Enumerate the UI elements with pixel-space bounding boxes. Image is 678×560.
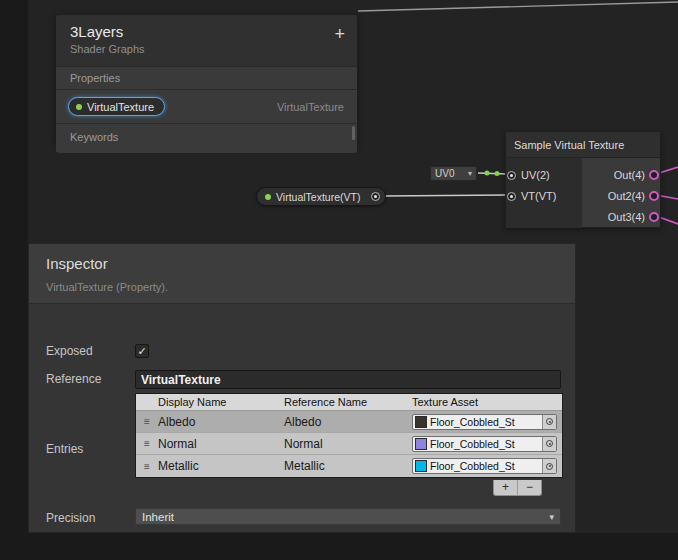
entries-label: Entries: [46, 442, 83, 456]
port-dot: [510, 174, 513, 177]
property-node-output-port[interactable]: [371, 192, 380, 201]
port-dot: [374, 195, 377, 198]
picker-ring: [546, 463, 553, 470]
output-port-out3[interactable]: [649, 212, 659, 222]
uv-dropdown-value: UV0: [435, 168, 454, 179]
display-name-cell[interactable]: Metallic: [158, 459, 284, 473]
inspector-panel: Inspector VirtualTexture (Property). Exp…: [28, 243, 576, 533]
property-pill-label: VirtualTexture: [87, 101, 154, 113]
inspector-header: Inspector VirtualTexture (Property).: [29, 244, 575, 304]
inspector-subtitle: VirtualTexture (Property).: [46, 281, 575, 293]
output-label-out: Out(4): [614, 170, 645, 181]
edge-uv-to-node: [478, 173, 507, 174]
output-port-out[interactable]: [649, 170, 659, 180]
input-label-uv: UV(2): [521, 170, 550, 181]
inspector-title: Inspector: [46, 255, 575, 272]
drag-handle-icon[interactable]: ≡: [136, 416, 158, 427]
texture-asset-field[interactable]: Floor_Cobbled_St: [412, 414, 557, 430]
texture-thumbnail: [415, 416, 427, 428]
texture-asset-name: Floor_Cobbled_St: [430, 416, 542, 428]
picker-ring: [546, 418, 553, 425]
blackboard-header[interactable]: 3Layers Shader Graphs +: [56, 15, 357, 67]
texture-thumbnail: [415, 438, 427, 450]
entries-list-footer: + −: [493, 480, 542, 496]
entries-table-header: Display Name Reference Name Texture Asse…: [136, 394, 562, 411]
window-left-edge: [0, 0, 28, 560]
output-port-out2[interactable]: [649, 191, 659, 201]
texture-thumbnail: [415, 460, 427, 472]
input-port-uv[interactable]: [507, 171, 516, 180]
property-node-label: VirtualTexture(VT): [276, 191, 360, 203]
input-label-vt: VT(VT): [521, 191, 556, 202]
node-title: Sample Virtual Texture: [506, 132, 660, 158]
texture-asset-field[interactable]: Floor_Cobbled_St: [412, 458, 557, 474]
reference-input[interactable]: [135, 370, 561, 389]
add-property-button[interactable]: +: [334, 25, 345, 43]
chevron-down-icon: ▾: [468, 169, 472, 178]
blackboard-subtitle: Shader Graphs: [70, 43, 343, 55]
blackboard-title: 3Layers: [70, 23, 343, 40]
reference-name-cell[interactable]: Albedo: [284, 415, 412, 429]
sample-virtual-texture-node[interactable]: Sample Virtual Texture UV(2) VT(VT) Out(…: [505, 131, 661, 228]
remove-entry-button[interactable]: −: [517, 480, 541, 495]
exposed-checkbox[interactable]: ✓: [135, 344, 149, 358]
precision-label: Precision: [46, 511, 95, 525]
exposed-dot-icon: [265, 194, 271, 200]
uv-channel-dropdown[interactable]: UV0 ▾: [430, 166, 477, 181]
property-pill-virtualtexture[interactable]: VirtualTexture: [68, 97, 165, 116]
keywords-section-header: Keywords: [56, 123, 357, 153]
reference-name-cell[interactable]: Metallic: [284, 459, 412, 473]
chevron-down-icon: ▾: [549, 512, 554, 522]
port-dot: [510, 195, 513, 198]
property-row[interactable]: VirtualTexture VirtualTexture: [56, 90, 357, 123]
add-entry-button[interactable]: +: [494, 480, 517, 495]
virtualtexture-property-node[interactable]: VirtualTexture(VT): [256, 187, 386, 206]
edge-offscreen-top: [358, 2, 678, 11]
drag-handle-icon[interactable]: ≡: [136, 461, 158, 472]
reference-label: Reference: [46, 372, 101, 386]
blackboard-scrollbar[interactable]: [352, 126, 355, 140]
window-bottom-edge: [0, 533, 678, 560]
property-type-label: VirtualTexture: [277, 101, 344, 113]
entries-row-metallic[interactable]: ≡ Metallic Metallic Floor_Cobbled_St: [136, 455, 562, 477]
properties-section-header: Properties: [56, 67, 357, 90]
drag-handle-icon[interactable]: ≡: [136, 438, 158, 449]
entries-row-albedo[interactable]: ≡ Albedo Albedo Floor_Cobbled_St: [136, 411, 562, 433]
object-picker-icon[interactable]: [542, 437, 556, 451]
precision-dropdown[interactable]: Inherit ▾: [135, 508, 561, 525]
output-label-out2: Out2(4): [608, 191, 645, 202]
exposed-dot-icon: [76, 104, 82, 110]
reference-name-cell[interactable]: Normal: [284, 437, 412, 451]
display-name-cell[interactable]: Normal: [158, 437, 284, 451]
column-header-display-name: Display Name: [158, 396, 284, 408]
edge-cap-green: [495, 171, 500, 176]
entries-row-normal[interactable]: ≡ Normal Normal Floor_Cobbled_St: [136, 433, 562, 455]
exposed-label: Exposed: [46, 344, 93, 358]
blackboard-panel[interactable]: 3Layers Shader Graphs + Properties Virtu…: [55, 14, 358, 144]
display-name-cell[interactable]: Albedo: [158, 415, 284, 429]
texture-asset-name: Floor_Cobbled_St: [430, 438, 542, 450]
texture-asset-field[interactable]: Floor_Cobbled_St: [412, 436, 557, 452]
object-picker-icon[interactable]: [542, 459, 556, 473]
edge-vt-to-node: [383, 195, 508, 196]
column-header-texture-asset: Texture Asset: [412, 396, 562, 408]
precision-value: Inherit: [142, 511, 174, 523]
picker-ring: [546, 440, 553, 447]
input-port-vt[interactable]: [507, 192, 516, 201]
entries-table: Display Name Reference Name Texture Asse…: [135, 393, 563, 478]
column-header-reference-name: Reference Name: [284, 396, 412, 408]
texture-asset-name: Floor_Cobbled_St: [430, 460, 542, 472]
output-label-out3: Out3(4): [608, 212, 645, 223]
checkmark-icon: ✓: [137, 345, 146, 357]
object-picker-icon[interactable]: [542, 415, 556, 429]
edge-cap-green: [485, 171, 490, 176]
